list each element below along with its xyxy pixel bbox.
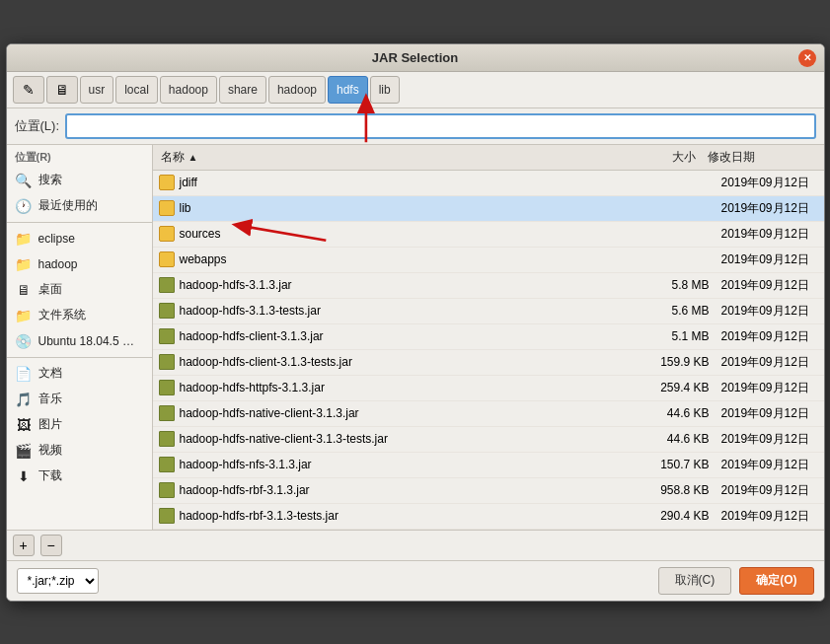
table-row[interactable]: jdiff2019年09月12日 [153, 171, 824, 196]
jar-file-icon [159, 354, 175, 370]
clock-icon: 🕐 [15, 197, 33, 215]
jar-file-icon [159, 303, 175, 319]
sidebar-item-search[interactable]: 🔍 搜索 [7, 168, 152, 193]
sidebar-label-music: 音乐 [38, 391, 62, 407]
table-row[interactable]: lib2019年09月12日 [153, 196, 824, 222]
sidebar-item-hadoop[interactable]: 📁 hadoop [7, 251, 152, 277]
sidebar-label-videos: 视频 [38, 442, 62, 459]
file-list: jdiff2019年09月12日lib2019年09月12日sources201… [153, 171, 824, 530]
bottom-bar: + − [7, 530, 824, 560]
file-size-cell: 159.9 KB [627, 355, 716, 369]
sidebar-item-videos[interactable]: 🎬 视频 [7, 438, 152, 464]
videos-icon: 🎬 [15, 442, 33, 460]
footer-bar: *.jar;*.zip 取消(C) 确定(O) [7, 560, 824, 601]
table-row[interactable]: hadoop-hdfs-3.1.3.jar5.8 MB2019年09月12日 [153, 273, 824, 299]
table-row[interactable]: hadoop-hdfs-rbf-3.1.3.jar958.8 KB2019年09… [153, 478, 824, 504]
file-size-cell: 5.8 MB [627, 278, 716, 292]
jar-file-icon [159, 328, 175, 344]
breadcrumb-lib[interactable]: lib [370, 76, 400, 104]
file-name-cell: hadoop-hdfs-native-client-3.1.3-tests.ja… [153, 431, 627, 447]
col-header-name[interactable]: 名称 ▲ [153, 149, 613, 166]
sidebar-item-documents[interactable]: 📄 文档 [7, 361, 152, 387]
file-name-cell: hadoop-hdfs-3.1.3-tests.jar [153, 303, 627, 319]
table-row[interactable]: webapps2019年09月12日 [153, 248, 824, 273]
file-table-header: 名称 ▲ 大小 修改日期 [153, 145, 824, 171]
file-size-cell: 44.6 KB [627, 406, 716, 420]
breadcrumb-hadoop1[interactable]: hadoop [160, 76, 217, 104]
sidebar-item-eclipse[interactable]: 📁 eclipse [7, 226, 152, 251]
file-date-cell: 2019年09月12日 [716, 354, 824, 371]
cancel-button[interactable]: 取消(C) [658, 567, 732, 595]
dialog-title: JAR Selection [372, 50, 458, 65]
col-header-date[interactable]: 修改日期 [702, 149, 810, 166]
sidebar-label-ubuntu: Ubuntu 18.04.5 … [38, 334, 134, 348]
music-icon: 🎵 [15, 391, 33, 408]
toolbar: ✎ 🖥 usr local hadoop share hadoop hdfs l… [7, 72, 824, 108]
sidebar-item-ubuntu[interactable]: 💿 Ubuntu 18.04.5 … [7, 328, 152, 354]
file-area: 名称 ▲ 大小 修改日期 jdiff2019年09月12日lib2019年09月… [153, 145, 824, 530]
file-date-cell: 2019年09月12日 [716, 431, 824, 448]
file-size-cell: 290.4 KB [627, 509, 716, 523]
file-filter-select[interactable]: *.jar;*.zip [17, 568, 99, 594]
sort-asc-icon: ▲ [189, 152, 198, 163]
file-name-cell: hadoop-hdfs-3.1.3.jar [153, 277, 627, 293]
table-row[interactable]: hadoop-hdfs-client-3.1.3-tests.jar159.9 … [153, 350, 824, 376]
file-date-cell: 2019年09月12日 [716, 303, 824, 320]
location-bar: 位置(L): [7, 108, 824, 145]
minus-icon: − [46, 537, 54, 553]
table-row[interactable]: hadoop-hdfs-rbf-3.1.3-tests.jar290.4 KB2… [153, 504, 824, 530]
table-row[interactable]: hadoop-hdfs-client-3.1.3.jar5.1 MB2019年0… [153, 324, 824, 350]
breadcrumb-hdfs[interactable]: hdfs [328, 76, 368, 104]
table-row[interactable]: hadoop-hdfs-native-client-3.1.3.jar44.6 … [153, 401, 824, 427]
file-date-cell: 2019年09月12日 [716, 226, 824, 243]
table-row[interactable]: hadoop-hdfs-native-client-3.1.3-tests.ja… [153, 427, 824, 453]
jar-file-icon [159, 457, 175, 472]
folder-icon [159, 200, 175, 216]
sidebar-item-desktop[interactable]: 🖥 桌面 [7, 277, 152, 303]
sidebar-label-recent: 最近使用的 [38, 197, 98, 214]
table-row[interactable]: sources2019年09月12日 [153, 222, 824, 248]
search-icon: 🔍 [15, 172, 33, 189]
confirm-button[interactable]: 确定(O) [739, 567, 813, 595]
breadcrumb-hadoop2[interactable]: hadoop [268, 76, 326, 104]
breadcrumb-share[interactable]: share [219, 76, 266, 104]
file-size-cell: 44.6 KB [627, 432, 716, 446]
file-name-cell: lib [153, 200, 627, 216]
edit-icon-button[interactable]: ✎ [13, 76, 44, 104]
documents-icon: 📄 [15, 365, 33, 383]
file-date-cell: 2019年09月12日 [716, 175, 824, 191]
breadcrumb-usr[interactable]: usr [80, 76, 114, 104]
sidebar-item-music[interactable]: 🎵 音乐 [7, 387, 152, 412]
pictures-icon: 🖼 [15, 416, 33, 434]
table-row[interactable]: hadoop-hdfs-httpfs-3.1.3.jar259.4 KB2019… [153, 376, 824, 401]
sidebar-item-pictures[interactable]: 🖼 图片 [7, 412, 152, 438]
computer-icon-button[interactable]: 🖥 [46, 76, 78, 104]
file-date-cell: 2019年09月12日 [716, 277, 824, 294]
file-size-cell: 5.6 MB [627, 304, 716, 318]
folder-hadoop-icon: 📁 [15, 255, 33, 273]
table-row[interactable]: hadoop-hdfs-nfs-3.1.3.jar150.7 KB2019年09… [153, 453, 824, 478]
col-header-size[interactable]: 大小 [613, 149, 702, 166]
filesystem-icon: 📁 [15, 307, 33, 324]
remove-location-button[interactable]: − [40, 535, 62, 556]
file-size-cell: 259.4 KB [627, 381, 716, 394]
sidebar-divider1 [7, 222, 152, 223]
file-size-cell: 958.8 KB [627, 483, 716, 497]
sidebar-label-hadoop: hadoop [38, 257, 78, 271]
jar-file-icon [159, 277, 175, 293]
table-row[interactable]: hadoop-hdfs-3.1.3-tests.jar5.6 MB2019年09… [153, 299, 824, 324]
dialog: JAR Selection ✎ 🖥 usr local hadoop share… [6, 43, 825, 602]
sidebar-label-desktop: 桌面 [38, 281, 62, 298]
file-size-cell: 150.7 KB [627, 458, 716, 471]
add-location-button[interactable]: + [13, 535, 35, 556]
breadcrumb-local[interactable]: local [115, 76, 158, 104]
title-bar: JAR Selection [7, 44, 824, 72]
sidebar-item-downloads[interactable]: ⬇ 下载 [7, 464, 152, 489]
close-button[interactable] [798, 49, 816, 67]
file-name-cell: hadoop-hdfs-nfs-3.1.3.jar [153, 457, 627, 472]
file-name-cell: hadoop-hdfs-native-client-3.1.3.jar [153, 405, 627, 421]
folder-icon [159, 226, 175, 242]
sidebar-item-recent[interactable]: 🕐 最近使用的 [7, 193, 152, 219]
location-input[interactable] [65, 113, 816, 139]
sidebar-item-filesystem[interactable]: 📁 文件系统 [7, 303, 152, 328]
